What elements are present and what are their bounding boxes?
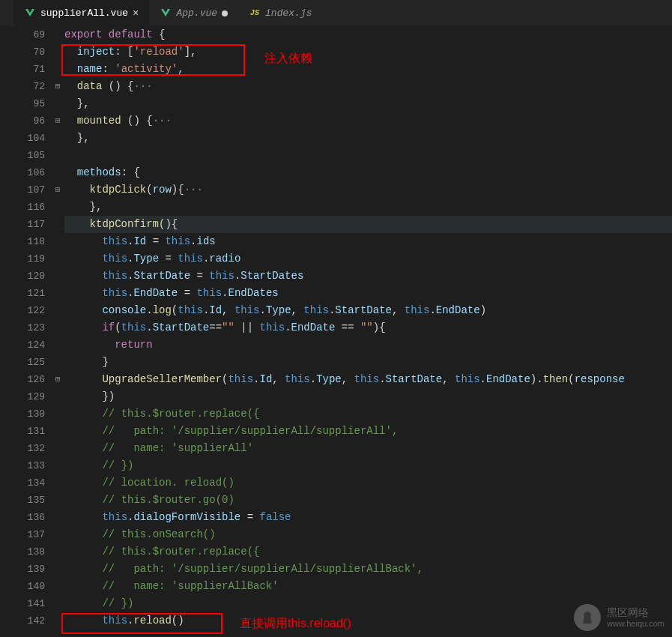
code-line[interactable]: inject: ['reload'],: [64, 43, 672, 61]
tab-supplierAll-vue[interactable]: supplierAll.vue×: [13, 0, 149, 26]
fold-placeholder: [51, 26, 64, 43]
code-line[interactable]: },: [64, 130, 672, 147]
line-number: 118: [13, 233, 45, 250]
close-icon[interactable]: ×: [133, 7, 139, 19]
code-line[interactable]: return: [64, 336, 672, 354]
fold-placeholder: [51, 336, 64, 354]
line-numbers-gutter: 6970717295961041051061071161171181191201…: [13, 26, 51, 637]
fold-placeholder: [51, 440, 64, 457]
line-number: 120: [13, 268, 45, 285]
fold-placeholder: [51, 147, 64, 164]
code-line[interactable]: data () {···: [64, 78, 672, 95]
fold-placeholder: [51, 612, 64, 630]
code-editor: 6970717295961041051061071161171181191201…: [0, 26, 672, 637]
line-number: 71: [13, 61, 45, 78]
fold-placeholder: [51, 302, 64, 319]
tab-label: App.vue: [176, 7, 217, 19]
code-line[interactable]: // }): [64, 457, 672, 474]
modified-dot-icon: [222, 10, 228, 16]
fold-placeholder: [51, 474, 64, 492]
line-number: 136: [13, 509, 45, 526]
line-number: 135: [13, 492, 45, 509]
code-line[interactable]: // }): [64, 595, 672, 612]
line-number: 106: [13, 164, 45, 181]
fold-placeholder: [51, 526, 64, 543]
code-line[interactable]: mounted () {···: [64, 112, 672, 130]
code-line[interactable]: this.Id = this.ids: [64, 233, 672, 250]
line-number: 72: [13, 78, 45, 95]
code-line[interactable]: this.Type = this.radio: [64, 250, 672, 268]
fold-placeholder: [51, 578, 64, 595]
fold-placeholder: [51, 164, 64, 181]
code-line[interactable]: }: [64, 354, 672, 371]
line-number: 124: [13, 336, 45, 354]
code-line[interactable]: // this.onSearch(): [64, 526, 672, 543]
vue-icon: [160, 7, 172, 19]
code-line[interactable]: this.EndDate = this.EndDates: [64, 285, 672, 302]
fold-placeholder: [51, 492, 64, 509]
code-line[interactable]: this.StartDate = this.StartDates: [64, 268, 672, 285]
line-number: 129: [13, 388, 45, 405]
fold-placeholder: [51, 543, 64, 561]
line-number: 69: [13, 26, 45, 43]
code-line[interactable]: }): [64, 388, 672, 405]
line-number: 104: [13, 130, 45, 147]
fold-placeholder: [51, 95, 64, 112]
code-line[interactable]: // location. reload(): [64, 474, 672, 492]
code-line[interactable]: // this.$router.replace({: [64, 543, 672, 561]
tab-index-js[interactable]: JSindex.js: [238, 0, 322, 26]
fold-placeholder: [51, 250, 64, 268]
code-area[interactable]: export default { inject: ['reload'], nam…: [64, 26, 672, 637]
line-number: 141: [13, 595, 45, 612]
code-line[interactable]: // path: '/supplier/supplierAll/supplier…: [64, 423, 672, 440]
fold-placeholder: [51, 405, 64, 423]
fold-expand-icon[interactable]: ⊞: [51, 181, 64, 199]
code-line[interactable]: // this.$router.go(0): [64, 492, 672, 509]
code-line[interactable]: export default {: [64, 26, 672, 43]
line-number: 134: [13, 474, 45, 492]
code-line[interactable]: console.log(this.Id, this.Type, this.Sta…: [64, 302, 672, 319]
code-line[interactable]: if(this.StartDate=="" || this.EndDate ==…: [64, 319, 672, 336]
code-line[interactable]: [64, 147, 672, 164]
fold-placeholder: [51, 43, 64, 61]
editor-left-margin: [0, 26, 13, 637]
fold-expand-icon[interactable]: ⊞: [51, 371, 64, 388]
fold-placeholder: [51, 268, 64, 285]
fold-placeholder: [51, 509, 64, 526]
code-line[interactable]: },: [64, 95, 672, 112]
fold-placeholder: [51, 354, 64, 371]
fold-placeholder: [51, 285, 64, 302]
line-number: 70: [13, 43, 45, 61]
code-line[interactable]: // name: 'supplierAllBack': [64, 578, 672, 595]
code-line[interactable]: // name: 'supplierAll': [64, 440, 672, 457]
vue-icon: [24, 7, 36, 19]
line-number: 105: [13, 147, 45, 164]
line-number: 125: [13, 354, 45, 371]
line-number: 138: [13, 543, 45, 561]
line-number: 137: [13, 526, 45, 543]
line-number: 122: [13, 302, 45, 319]
line-number: 132: [13, 440, 45, 457]
code-line[interactable]: // this.$router.replace({: [64, 405, 672, 423]
code-line[interactable]: name: 'activity',: [64, 61, 672, 78]
js-icon: JS: [249, 7, 261, 19]
line-number: 121: [13, 285, 45, 302]
tabs-bar: supplierAll.vue×App.vueJSindex.js: [0, 0, 672, 26]
fold-column: ⊞⊞⊞⊞: [51, 26, 64, 637]
fold-placeholder: [51, 595, 64, 612]
code-line[interactable]: },: [64, 199, 672, 216]
fold-expand-icon[interactable]: ⊞: [51, 112, 64, 130]
fold-placeholder: [51, 233, 64, 250]
code-line[interactable]: ktdpConfirm(){: [64, 216, 672, 233]
fold-placeholder: [51, 561, 64, 578]
code-line[interactable]: ktdpClick(row){···: [64, 181, 672, 199]
code-line[interactable]: methods: {: [64, 164, 672, 181]
code-line[interactable]: UpgradeSellerMember(this.Id, this.Type, …: [64, 371, 672, 388]
code-line[interactable]: this.reload(): [64, 612, 672, 630]
code-line[interactable]: this.dialogFormVisible = false: [64, 509, 672, 526]
code-line[interactable]: // path: '/supplier/supplierAll/supplier…: [64, 561, 672, 578]
line-number: 95: [13, 95, 45, 112]
tab-App-vue[interactable]: App.vue: [149, 0, 238, 26]
line-number: 140: [13, 578, 45, 595]
fold-expand-icon[interactable]: ⊞: [51, 78, 64, 95]
